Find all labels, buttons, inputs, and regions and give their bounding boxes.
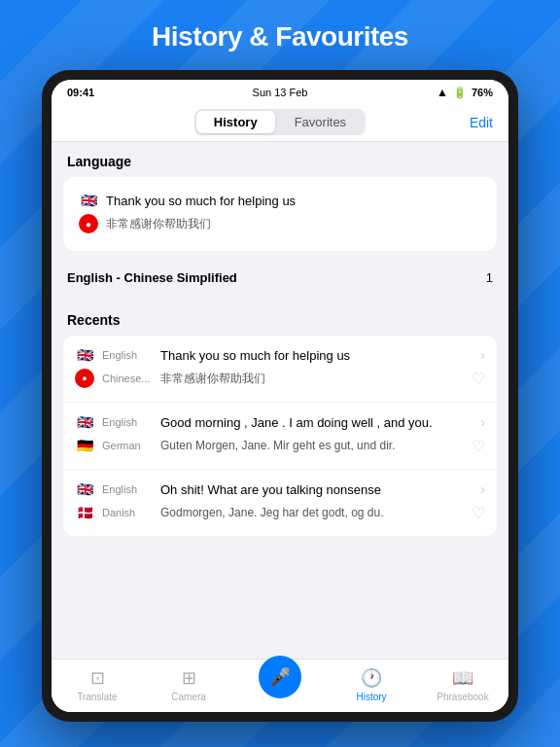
item3-source-text: Oh shit! What are you talking nonsense bbox=[160, 482, 480, 497]
mic-button[interactable]: 🎤 bbox=[259, 656, 301, 698]
item2-source-text: Good morning , Jane . I am doing well , … bbox=[160, 415, 480, 430]
tab-camera[interactable]: ⊞ Camera bbox=[159, 667, 218, 702]
source-flag: 🇬🇧 bbox=[79, 191, 98, 210]
item1-target-flag: ● bbox=[75, 369, 94, 388]
recent-item-3-source-row: 🇬🇧 English Oh shit! What are you talking… bbox=[75, 480, 485, 499]
recent-item-1-target-left: ● Chinese... 非常感谢你帮助我们 bbox=[75, 369, 472, 388]
mic-icon: 🎤 bbox=[269, 666, 291, 688]
tab-mic[interactable]: 🎤 bbox=[251, 671, 309, 698]
tab-history[interactable]: History bbox=[196, 111, 275, 133]
item2-target-text: Guten Morgen, Jane. Mir geht es gut, und… bbox=[160, 439, 472, 452]
tablet-screen: 09:41 Sun 13 Feb ▲ 🔋 76% History Favorit… bbox=[52, 80, 508, 712]
recent-item-1-source-left: 🇬🇧 English Thank you so much for helping… bbox=[75, 345, 480, 365]
item3-target-lang: Danish bbox=[102, 507, 153, 518]
favorite-target-row: ● 非常感谢你帮助我们 bbox=[79, 214, 481, 233]
item2-chevron-icon: › bbox=[480, 414, 485, 430]
tab-translate[interactable]: ⊡ Translate bbox=[68, 667, 126, 702]
camera-icon: ⊞ bbox=[182, 667, 196, 689]
segment-control: History Favorites bbox=[194, 109, 366, 135]
tab-history[interactable]: 🕐 History bbox=[342, 667, 401, 702]
tablet: 09:41 Sun 13 Feb ▲ 🔋 76% History Favorit… bbox=[42, 70, 518, 722]
recent-item-2[interactable]: 🇬🇧 English Good morning , Jane . I am do… bbox=[63, 403, 497, 470]
language-pair-label: English - Chinese Simplified bbox=[67, 270, 237, 285]
language-pair-count: 1 bbox=[486, 270, 493, 285]
recent-item-1[interactable]: 🇬🇧 English Thank you so much for helping… bbox=[63, 336, 497, 403]
favorite-source-text: Thank you so much for helping us bbox=[106, 194, 296, 208]
favorite-source-row: 🇬🇧 Thank you so much for helping us bbox=[79, 191, 481, 210]
item1-target-lang: Chinese... bbox=[102, 373, 153, 384]
item3-source-lang: English bbox=[102, 483, 153, 495]
target-flag: ● bbox=[79, 214, 98, 233]
language-pair-row: English - Chinese Simplified 1 bbox=[52, 259, 508, 297]
favorite-target-text: 非常感谢你帮助我们 bbox=[106, 216, 211, 232]
status-date: Sun 13 Feb bbox=[253, 87, 308, 98]
content-area: Language 🇬🇧 Thank you so much for helpin… bbox=[52, 142, 508, 658]
tab-phrasebook-label: Phrasebook bbox=[437, 692, 488, 702]
recents-list: 🇬🇧 English Thank you so much for helping… bbox=[63, 336, 497, 536]
recent-item-3[interactable]: 🇬🇧 English Oh shit! What are you talking… bbox=[63, 470, 497, 536]
tab-history-label: History bbox=[356, 692, 386, 702]
item1-chevron-icon: › bbox=[480, 347, 485, 363]
battery-icon: 🔋 bbox=[453, 87, 467, 99]
item1-source-lang: English bbox=[102, 349, 153, 361]
favorite-card[interactable]: 🇬🇧 Thank you so much for helping us ● 非常… bbox=[63, 177, 497, 251]
tab-camera-label: Camera bbox=[171, 692, 206, 702]
item2-source-flag: 🇬🇧 bbox=[75, 412, 94, 432]
item3-source-flag: 🇬🇧 bbox=[75, 480, 94, 499]
recent-item-2-source-left: 🇬🇧 English Good morning , Jane . I am do… bbox=[75, 412, 480, 432]
recents-section-header: Recents bbox=[52, 301, 508, 336]
recent-item-2-target-row: 🇩🇪 German Guten Morgen, Jane. Mir geht e… bbox=[75, 436, 485, 455]
item1-heart-icon[interactable]: ♡ bbox=[472, 370, 485, 388]
recents-section: Recents 🇬🇧 English Thank you so much for… bbox=[52, 301, 508, 536]
battery-level: 76% bbox=[472, 87, 493, 98]
translate-icon: ⊡ bbox=[90, 667, 105, 689]
recent-item-1-source-row: 🇬🇧 English Thank you so much for helping… bbox=[75, 345, 485, 365]
item3-target-flag: 🇩🇰 bbox=[75, 503, 94, 522]
tab-phrasebook[interactable]: 📖 Phrasebook bbox=[434, 667, 492, 702]
status-right: ▲ 🔋 76% bbox=[437, 86, 493, 99]
item2-target-lang: German bbox=[102, 440, 153, 451]
recent-item-3-source-left: 🇬🇧 English Oh shit! What are you talking… bbox=[75, 480, 480, 499]
item2-target-flag: 🇩🇪 bbox=[75, 436, 94, 455]
item3-heart-icon[interactable]: ♡ bbox=[472, 504, 485, 522]
item1-source-text: Thank you so much for helping us bbox=[160, 348, 480, 363]
status-bar: 09:41 Sun 13 Feb ▲ 🔋 76% bbox=[52, 80, 508, 103]
item2-source-lang: English bbox=[102, 416, 153, 428]
wifi-icon: ▲ bbox=[437, 86, 448, 99]
recent-item-2-target-left: 🇩🇪 German Guten Morgen, Jane. Mir geht e… bbox=[75, 436, 472, 455]
tab-bar: ⊡ Translate ⊞ Camera 🎤 🕐 History bbox=[52, 658, 508, 712]
edit-button[interactable]: Edit bbox=[470, 115, 493, 130]
nav-bar: History Favorites Edit bbox=[52, 103, 508, 142]
status-time: 09:41 bbox=[67, 87, 94, 98]
page-title: History & Favourites bbox=[0, 0, 560, 70]
language-section-header: Language bbox=[52, 142, 508, 177]
recent-item-1-target-row: ● Chinese... 非常感谢你帮助我们 ♡ bbox=[75, 369, 485, 388]
item2-heart-icon[interactable]: ♡ bbox=[472, 437, 485, 455]
recent-item-3-target-row: 🇩🇰 Danish Godmorgen, Jane. Jeg har det g… bbox=[75, 503, 485, 522]
recent-item-2-source-row: 🇬🇧 English Good morning , Jane . I am do… bbox=[75, 412, 485, 432]
item3-target-text: Godmorgen, Jane. Jeg har det godt, og du… bbox=[160, 506, 472, 519]
phrasebook-icon: 📖 bbox=[452, 667, 473, 689]
history-icon: 🕐 bbox=[361, 667, 382, 689]
item3-chevron-icon: › bbox=[480, 481, 485, 497]
item1-target-text: 非常感谢你帮助我们 bbox=[160, 371, 472, 387]
tab-translate-label: Translate bbox=[77, 692, 117, 702]
device-frame: 09:41 Sun 13 Feb ▲ 🔋 76% History Favorit… bbox=[0, 70, 560, 722]
tab-favorites[interactable]: Favorites bbox=[277, 111, 364, 133]
item1-source-flag: 🇬🇧 bbox=[75, 345, 94, 365]
recent-item-3-target-left: 🇩🇰 Danish Godmorgen, Jane. Jeg har det g… bbox=[75, 503, 472, 522]
